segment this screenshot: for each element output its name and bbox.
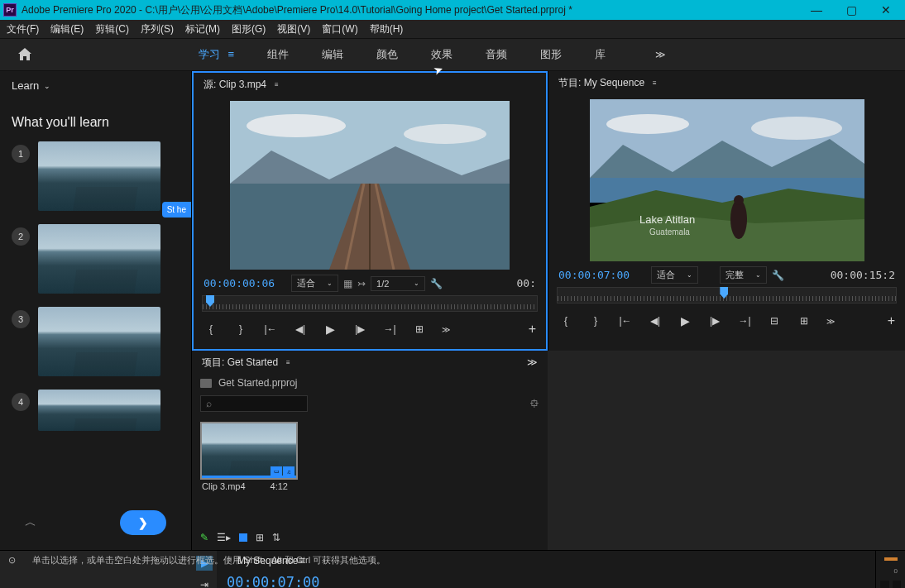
step-thumbnail (38, 141, 160, 211)
program-video-display[interactable]: Lake Atitlan Guatemala (590, 99, 864, 261)
home-button[interactable] (17, 46, 33, 63)
transport-overflow[interactable]: ≫ (442, 325, 450, 334)
learn-next-button[interactable]: ❯ (120, 510, 166, 535)
minimize-button[interactable]: ― (811, 3, 822, 17)
learn-step-4[interactable]: 4 (12, 390, 180, 431)
mark-out-button[interactable]: } (233, 323, 248, 335)
meter-left (880, 581, 889, 588)
workspace-audio[interactable]: 音频 (486, 47, 507, 62)
source-timecode[interactable]: 00:00:00:06 (204, 277, 275, 289)
list-view-icon[interactable]: ☰▸ (217, 532, 231, 543)
program-quality-dropdown[interactable]: 完整⌄ (720, 266, 767, 284)
project-search-input[interactable]: ⌕ (200, 395, 308, 412)
go-to-out-button[interactable]: →| (737, 315, 752, 327)
chevron-down-icon: ⌄ (44, 82, 50, 90)
lift-button[interactable]: ⊟ (767, 315, 782, 327)
pencil-icon[interactable]: ✎ (200, 532, 208, 543)
panel-overflow[interactable]: ≫ (527, 356, 538, 368)
workspace-graphics[interactable]: 图形 (540, 47, 562, 62)
mark-in-button[interactable]: { (558, 315, 573, 327)
sort-icon[interactable]: ⇅ (272, 532, 280, 543)
panel-menu-icon[interactable]: ≡ (275, 81, 280, 88)
learn-step-2[interactable]: 2 (12, 224, 180, 294)
track-select-tool[interactable]: ⇥ (196, 577, 213, 588)
panel-menu-icon[interactable]: ≡ (298, 555, 304, 566)
audio-badge-icon: ♫ (283, 466, 294, 476)
panel-menu-icon[interactable]: ≡ (286, 359, 291, 366)
source-fit-dropdown[interactable]: 适合⌄ (291, 275, 338, 292)
menu-graphics[interactable]: 图形(G) (232, 22, 266, 36)
mark-out-button[interactable]: } (588, 315, 603, 327)
learn-heading: What you'll learn (0, 100, 191, 136)
menu-file[interactable]: 文件(F) (7, 22, 39, 36)
close-icon[interactable]: × (227, 555, 232, 566)
learn-prev-button[interactable]: ︿ (25, 515, 36, 530)
menu-view[interactable]: 视图(V) (277, 22, 310, 36)
menu-help[interactable]: 帮助(H) (370, 22, 404, 36)
extract-button[interactable]: ⊞ (797, 315, 812, 327)
help-bubble[interactable]: St he (162, 202, 191, 218)
program-scrubber[interactable] (557, 287, 897, 304)
svg-text:Lake Atitlan: Lake Atitlan (639, 213, 695, 226)
source-monitor-panel: 源: Clip 3.mp4 ≡ 00:00:00:06 适合⌄ ▦ ↣ 1/2⌄… (192, 71, 548, 351)
source-tab[interactable]: 源: Clip 3.mp4 ≡ (194, 73, 546, 96)
workspace-library[interactable]: 库 (595, 47, 606, 62)
svg-point-1 (247, 114, 346, 137)
source-resolution-dropdown[interactable]: 1/2⌄ (371, 276, 425, 291)
project-tab[interactable]: 项目: Get Started ≡ ≫ (192, 351, 548, 374)
meter-scale: 0 -12 -24 -36 -48 dB (893, 567, 903, 588)
settings-icon[interactable]: 🔧 (430, 278, 443, 289)
program-fit-dropdown[interactable]: 适合⌄ (651, 266, 698, 284)
go-to-in-button[interactable]: |← (263, 323, 278, 335)
icon-view-icon[interactable] (239, 533, 247, 542)
project-clip-thumbnail[interactable]: ▭ ♫ (202, 423, 296, 478)
step-thumbnail (38, 224, 160, 294)
close-button[interactable]: ✕ (880, 3, 892, 17)
learn-tab[interactable]: Learn ⌄ (0, 71, 191, 100)
workspace-color[interactable]: 颜色 (376, 47, 398, 62)
markers-icon[interactable]: ↣ (357, 278, 366, 289)
button-editor[interactable]: + (529, 322, 536, 337)
menu-bar: 文件(F) 编辑(E) 剪辑(C) 序列(S) 标记(M) 图形(G) 视图(V… (0, 20, 905, 38)
step-forward-button[interactable]: |▶ (707, 315, 722, 327)
step-number: 4 (12, 393, 30, 411)
maximize-button[interactable]: ▢ (845, 3, 857, 17)
step-forward-button[interactable]: |▶ (352, 323, 367, 335)
workspace-assembly[interactable]: 组件 (267, 47, 289, 62)
menu-sequence[interactable]: 序列(S) (141, 22, 174, 36)
menu-window[interactable]: 窗口(W) (322, 22, 357, 36)
go-to-out-button[interactable]: →| (382, 323, 397, 335)
menu-marker[interactable]: 标记(M) (185, 22, 220, 36)
program-tab[interactable]: 节目: My Sequence ≡ (548, 71, 905, 94)
clip-duration: 4:12 (271, 481, 288, 491)
menu-clip[interactable]: 剪辑(C) (95, 22, 129, 36)
workspace-learn[interactable]: 学习 ≡ (199, 47, 234, 62)
panel-menu-icon[interactable]: ≡ (653, 79, 658, 87)
play-button[interactable]: ▶ (678, 314, 692, 327)
mark-in-button[interactable]: { (204, 323, 218, 335)
workspace-editing[interactable]: 编辑 (322, 47, 343, 62)
button-editor[interactable]: + (888, 313, 895, 328)
timeline-tab[interactable]: × My Sequence ≡ (217, 551, 875, 571)
workspace-overflow[interactable]: ≫ (655, 49, 666, 60)
program-timecode[interactable]: 00:00:07:00 (558, 269, 630, 281)
learn-step-3[interactable]: 3 (12, 307, 180, 376)
timeline-timecode[interactable]: 00:00:07:00 (217, 571, 875, 588)
step-back-button[interactable]: ◀| (293, 323, 308, 335)
play-button[interactable]: ▶ (323, 323, 338, 336)
go-to-in-button[interactable]: |← (618, 315, 633, 327)
settings-icon[interactable]: 🔧 (772, 270, 784, 281)
source-video-display[interactable] (230, 101, 510, 270)
svg-point-11 (751, 117, 842, 140)
camera-icon[interactable]: ⯐ (529, 398, 539, 409)
source-duration: 00: (517, 277, 536, 289)
grid-icon[interactable]: ▦ (343, 278, 352, 289)
learn-step-1[interactable]: 1 (12, 141, 180, 211)
transport-overflow[interactable]: ≫ (826, 317, 835, 326)
freeform-view-icon[interactable]: ⊞ (256, 532, 264, 543)
step-back-button[interactable]: ◀| (648, 315, 663, 327)
menu-edit[interactable]: 编辑(E) (50, 22, 84, 36)
insert-button[interactable]: ⊞ (412, 323, 427, 335)
source-scrubber[interactable] (202, 295, 538, 312)
workspace-effects[interactable]: 效果 (431, 47, 452, 62)
